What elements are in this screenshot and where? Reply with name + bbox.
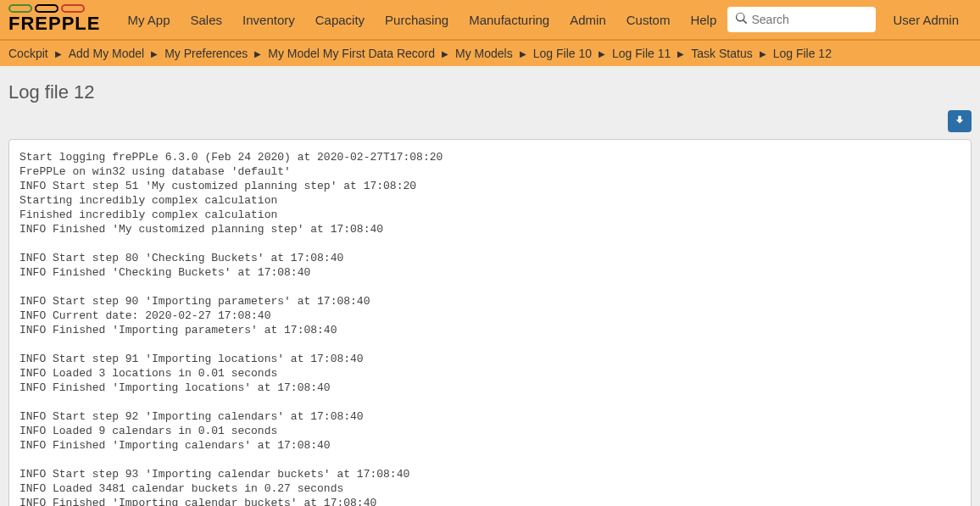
nav-item-help[interactable]: Help [680,0,727,40]
page-header: Log file 12 [0,66,980,110]
search-icon [736,13,747,26]
logo-shape-green-icon [8,4,32,13]
chevron-right-icon: ▶ [520,49,526,58]
download-button[interactable] [948,110,972,132]
action-row [0,110,980,139]
breadcrumb: Cockpit ▶ Add My Model ▶ My Preferences … [0,41,980,66]
search-input[interactable] [751,13,867,26]
nav-item-inventory[interactable]: Inventory [232,0,305,40]
logo-shape-black-icon [35,4,58,13]
logo[interactable]: FREPPLE [8,4,100,35]
chevron-right-icon: ▶ [677,49,684,58]
nav-item-myapp[interactable]: My App [117,0,180,40]
nav-item-capacity[interactable]: Capacity [305,0,375,40]
search-box[interactable] [727,7,876,32]
breadcrumb-item-my-model-record[interactable]: My Model My First Data Record [268,47,435,60]
breadcrumb-item-log-file-12[interactable]: Log File 12 [773,47,832,60]
log-content: Start logging frePPLe 6.3.0 (Feb 24 2020… [19,150,961,506]
nav-menu: My App Sales Inventory Capacity Purchasi… [117,0,727,40]
breadcrumb-item-my-preferences[interactable]: My Preferences [164,47,248,60]
arrow-down-icon [954,114,966,129]
breadcrumb-item-my-models[interactable]: My Models [455,47,513,60]
breadcrumb-item-cockpit[interactable]: Cockpit [8,47,48,60]
user-menu[interactable]: User Admin [893,13,972,27]
logo-text: FREPPLE [8,13,100,35]
chevron-right-icon: ▶ [442,49,448,58]
nav-item-custom[interactable]: Custom [616,0,681,40]
chevron-right-icon: ▶ [599,49,605,58]
nav-item-purchasing[interactable]: Purchasing [375,0,459,40]
breadcrumb-item-log-file-11[interactable]: Log File 11 [612,47,671,60]
breadcrumb-item-task-status[interactable]: Task Status [691,47,752,60]
nav-item-sales[interactable]: Sales [181,0,233,40]
chevron-right-icon: ▶ [760,49,766,58]
nav-item-manufacturing[interactable]: Manufacturing [459,0,560,40]
navbar: FREPPLE My App Sales Inventory Capacity … [0,0,980,41]
page-title: Log file 12 [8,81,972,103]
chevron-right-icon: ▶ [151,49,158,58]
breadcrumb-item-add-my-model[interactable]: Add My Model [69,47,144,60]
breadcrumb-item-log-file-10[interactable]: Log File 10 [533,47,592,60]
logo-shape-red-icon [61,4,85,13]
chevron-right-icon: ▶ [254,49,261,58]
nav-item-admin[interactable]: Admin [560,0,616,40]
chevron-right-icon: ▶ [55,49,62,58]
log-panel: Start logging frePPLe 6.3.0 (Feb 24 2020… [8,139,972,506]
